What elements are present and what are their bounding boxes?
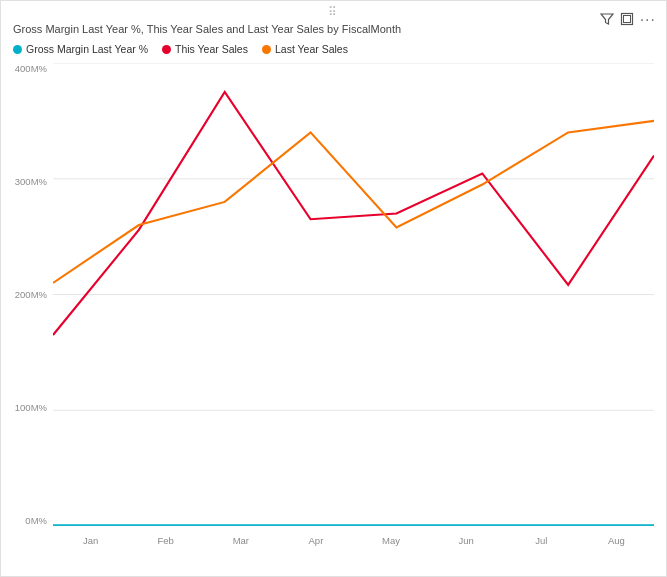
y-axis-labels: 0M% 100M% 200M% 300M% 400M%	[13, 63, 51, 526]
chart-title: Gross Margin Last Year %, This Year Sale…	[13, 23, 401, 35]
y-label-100: 100M%	[13, 402, 51, 413]
this-year-sales-line	[53, 92, 654, 335]
expand-icon[interactable]	[620, 12, 634, 29]
x-label-feb: Feb	[128, 535, 203, 546]
drag-handle[interactable]: ⠿	[1, 1, 666, 21]
more-options-icon[interactable]: ···	[640, 11, 656, 29]
legend-dot-this-year	[162, 45, 171, 54]
legend-item-this-year: This Year Sales	[162, 43, 248, 55]
last-year-sales-line	[53, 121, 654, 283]
y-label-400: 400M%	[13, 63, 51, 74]
legend-dot-last-year	[262, 45, 271, 54]
legend-label-last-year: Last Year Sales	[275, 43, 348, 55]
x-label-apr: Apr	[278, 535, 353, 546]
legend-dot-gross-margin	[13, 45, 22, 54]
x-label-jun: Jun	[429, 535, 504, 546]
drag-dots-icon: ⠿	[328, 5, 339, 19]
chart-area: 0M% 100M% 200M% 300M% 400M%	[13, 63, 654, 546]
legend-label-this-year: This Year Sales	[175, 43, 248, 55]
chart-container: ⠿ ··· Gross Margin Last Year %, This Yea…	[0, 0, 667, 577]
y-label-200: 200M%	[13, 289, 51, 300]
x-label-mar: Mar	[203, 535, 278, 546]
y-label-0: 0M%	[13, 515, 51, 526]
x-label-jul: Jul	[504, 535, 579, 546]
chart-svg	[53, 63, 654, 526]
legend-label-gross-margin: Gross Margin Last Year %	[26, 43, 148, 55]
svg-rect-1	[623, 15, 630, 22]
y-label-300: 300M%	[13, 176, 51, 187]
chart-legend: Gross Margin Last Year % This Year Sales…	[13, 43, 348, 55]
legend-item-last-year: Last Year Sales	[262, 43, 348, 55]
x-label-may: May	[354, 535, 429, 546]
filter-icon[interactable]	[600, 12, 614, 29]
toolbar: ···	[600, 11, 656, 29]
x-label-jan: Jan	[53, 535, 128, 546]
x-label-aug: Aug	[579, 535, 654, 546]
legend-item-gross-margin: Gross Margin Last Year %	[13, 43, 148, 55]
x-axis-labels: Jan Feb Mar Apr May Jun Jul Aug	[53, 526, 654, 546]
